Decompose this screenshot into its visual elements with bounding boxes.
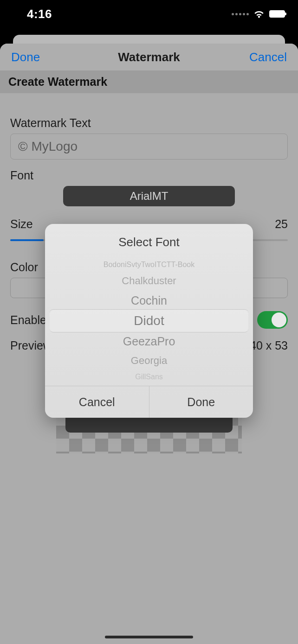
font-picker-alert: Select Font BodoniSvtyTwoITCTT-Book Chal… (45, 224, 253, 418)
home-indicator[interactable] (105, 636, 193, 638)
picker-option-selected[interactable]: Didot (45, 311, 253, 331)
picker-cancel-button[interactable]: Cancel (45, 386, 149, 418)
picker-option[interactable]: GeezaPro (45, 331, 253, 351)
picker-option[interactable]: Chalkduster (45, 272, 253, 290)
alert-title: Select Font (45, 224, 253, 256)
alert-actions: Cancel Done (45, 386, 253, 418)
picker-option[interactable]: GillSans (45, 370, 253, 384)
font-picker-wheel[interactable]: BodoniSvtyTwoITCTT-Book Chalkduster Coch… (45, 256, 253, 386)
picker-option[interactable]: Georgia (45, 351, 253, 370)
picker-done-button[interactable]: Done (149, 386, 253, 418)
picker-option[interactable]: BodoniSvtyTwoITCTT-Book (45, 258, 253, 272)
picker-option[interactable]: Cochin (45, 290, 253, 311)
